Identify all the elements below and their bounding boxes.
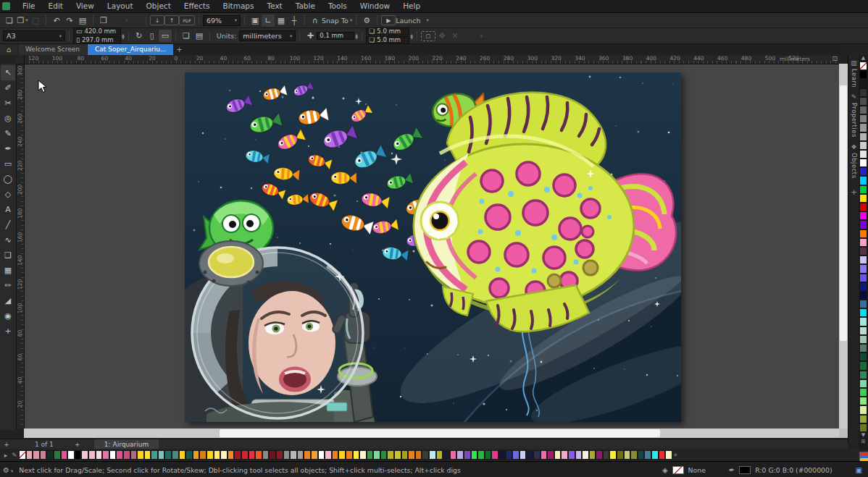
- duplicate-spinner[interactable]: ▲▼: [410, 33, 413, 39]
- shape-tool[interactable]: ✐: [1, 80, 15, 96]
- color-swatch[interactable]: [859, 335, 867, 344]
- doc-palette-scroll-icon[interactable]: »: [674, 452, 677, 458]
- doc-color-swatch[interactable]: [304, 450, 311, 460]
- color-swatch[interactable]: [859, 62, 867, 70]
- doc-color-swatch[interactable]: [589, 450, 596, 460]
- color-swatch[interactable]: [859, 379, 867, 388]
- doc-color-swatch[interactable]: [220, 450, 228, 460]
- doc-color-swatch[interactable]: [387, 450, 394, 460]
- show-rulers-icon[interactable]: ∟: [262, 14, 275, 27]
- menu-tools[interactable]: Tools: [322, 0, 354, 12]
- doc-palette-eyedropper-icon[interactable]: ✎: [10, 452, 19, 459]
- menu-object[interactable]: Object: [140, 0, 178, 12]
- color-swatch[interactable]: [859, 141, 867, 150]
- new-document-icon[interactable]: ❏: [3, 14, 16, 27]
- doc-color-swatch[interactable]: [46, 450, 54, 460]
- color-swatch[interactable]: [859, 344, 867, 353]
- text-tool[interactable]: A: [1, 202, 15, 217]
- color-swatch[interactable]: [859, 300, 867, 308]
- home-icon[interactable]: ⌂: [0, 44, 17, 55]
- doc-color-swatch[interactable]: [283, 450, 291, 460]
- drawing-page[interactable]: [185, 72, 681, 422]
- palette-scroll-down-icon[interactable]: ▼: [861, 432, 865, 439]
- doc-color-swatch[interactable]: [151, 450, 158, 460]
- open-icon[interactable]: ❐▾: [16, 14, 29, 27]
- units-combo[interactable]: millimeters▾: [239, 30, 296, 41]
- zoom-level-combo[interactable]: 69%▾: [203, 15, 241, 26]
- doc-color-swatch[interactable]: [88, 450, 96, 460]
- vertical-ruler[interactable]: 3002802602402202001801601401201008060402…: [16, 64, 25, 429]
- doc-color-swatch[interactable]: [561, 450, 568, 460]
- snap-icon[interactable]: ∩: [309, 14, 322, 27]
- doc-color-swatch[interactable]: [526, 450, 533, 460]
- color-swatch[interactable]: [859, 326, 867, 335]
- color-swatch[interactable]: [859, 238, 867, 247]
- nudge-field[interactable]: 0.1 mm: [317, 32, 354, 40]
- doc-color-swatch[interactable]: [568, 450, 575, 460]
- color-swatch[interactable]: [859, 194, 867, 203]
- color-swatch[interactable]: [859, 106, 867, 114]
- color-swatch[interactable]: [859, 282, 867, 291]
- outline-color-swatch[interactable]: [739, 466, 751, 474]
- page-height-field[interactable]: ▯297.0 mm: [73, 36, 121, 44]
- doc-color-swatch[interactable]: [415, 450, 422, 460]
- connector-tool[interactable]: ∿: [1, 232, 15, 248]
- new-tab-button[interactable]: +: [173, 44, 185, 55]
- color-swatch[interactable]: [859, 308, 867, 317]
- doc-color-swatch[interactable]: [401, 450, 409, 460]
- menu-help[interactable]: Help: [396, 0, 427, 12]
- doc-color-swatch[interactable]: [40, 450, 47, 460]
- ellipse-tool[interactable]: ◯: [1, 172, 15, 187]
- duplicate-y-field[interactable]: ❏5.0 mm: [366, 36, 409, 44]
- doc-color-swatch[interactable]: [332, 450, 339, 460]
- menu-bitmaps[interactable]: Bitmaps: [216, 0, 260, 12]
- vertical-scrollbar[interactable]: [839, 64, 848, 429]
- freehand-tool[interactable]: ✎: [1, 126, 15, 141]
- color-swatch[interactable]: [859, 371, 867, 379]
- doc-color-swatch[interactable]: [491, 450, 498, 460]
- doc-color-swatch[interactable]: [54, 450, 61, 460]
- menu-view[interactable]: View: [70, 0, 101, 12]
- tab-welcome-screen[interactable]: Welcome Screen: [18, 44, 87, 55]
- doc-color-swatch[interactable]: [512, 450, 519, 460]
- menu-effects[interactable]: Effects: [178, 0, 217, 12]
- h-scrollbar-thumb[interactable]: [220, 429, 660, 437]
- doc-color-swatch[interactable]: [541, 450, 548, 460]
- color-swatch[interactable]: [859, 415, 867, 423]
- color-swatch[interactable]: [859, 79, 867, 88]
- drop-shadow-tool[interactable]: ❑: [1, 248, 15, 263]
- palette-scroll-up-icon[interactable]: ▲: [861, 55, 865, 62]
- color-swatch[interactable]: [859, 361, 867, 370]
- add-page-right-button[interactable]: +: [71, 441, 84, 448]
- doc-color-swatch[interactable]: [353, 450, 360, 460]
- doc-color-swatch[interactable]: [422, 450, 429, 460]
- doc-color-swatch[interactable]: [96, 450, 103, 460]
- doc-color-swatch[interactable]: [262, 450, 270, 460]
- menu-edit[interactable]: Edit: [42, 0, 70, 12]
- artistic-media-tool[interactable]: ✒: [1, 141, 15, 156]
- color-swatch[interactable]: [859, 159, 867, 167]
- add-page-left-button[interactable]: +: [0, 441, 13, 448]
- doc-color-swatch[interactable]: [624, 450, 631, 460]
- doc-color-swatch[interactable]: [394, 450, 401, 460]
- page-width-field[interactable]: ▭420.0 mm: [73, 28, 121, 35]
- docker-tab-properties[interactable]: ✎Properties: [851, 93, 858, 138]
- doc-color-swatch[interactable]: [144, 450, 151, 460]
- horizontal-ruler[interactable]: millimeters ⊡ 12010080604020020406080100…: [24, 55, 839, 64]
- doc-color-swatch[interactable]: [450, 450, 457, 460]
- doc-color-swatch[interactable]: [338, 450, 346, 460]
- interactive-fill-tool[interactable]: ◉: [1, 308, 15, 324]
- add-control-icon[interactable]: ＋: [475, 30, 488, 42]
- doc-color-swatch[interactable]: [644, 450, 651, 460]
- doc-color-swatch[interactable]: [199, 450, 206, 460]
- doc-color-swatch[interactable]: [193, 450, 200, 460]
- display-settings-icon[interactable]: ▣: [856, 466, 862, 474]
- doc-color-swatch[interactable]: [498, 450, 506, 460]
- v-scrollbar-thumb[interactable]: [840, 85, 847, 341]
- doc-color-swatch[interactable]: [185, 450, 193, 460]
- eraser-tool[interactable]: ◢: [1, 293, 15, 308]
- page-size-spinner[interactable]: ▲▼: [122, 33, 125, 39]
- color-swatch[interactable]: [859, 150, 867, 159]
- doc-color-swatch[interactable]: [67, 450, 75, 460]
- doc-color-swatch[interactable]: [311, 450, 318, 460]
